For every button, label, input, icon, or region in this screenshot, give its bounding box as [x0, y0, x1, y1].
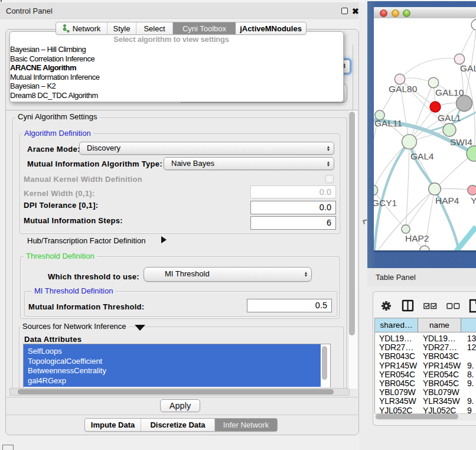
- svg-text:GAL: GAL: [460, 63, 476, 73]
- svg-text:Y: Y: [471, 195, 476, 206]
- svg-text:HAP2: HAP2: [405, 233, 429, 243]
- svg-text:GAL1: GAL1: [438, 113, 461, 123]
- svg-text:GAL11: GAL11: [374, 118, 402, 128]
- svg-text:GCY1: GCY1: [374, 198, 397, 208]
- svg-text:SWI4: SWI4: [450, 137, 472, 147]
- svg-text:GAL10: GAL10: [435, 87, 464, 97]
- svg-text:HAP4: HAP4: [435, 195, 459, 206]
- svg-text:GAL80: GAL80: [389, 84, 418, 94]
- svg-text:GAL4: GAL4: [410, 151, 434, 161]
